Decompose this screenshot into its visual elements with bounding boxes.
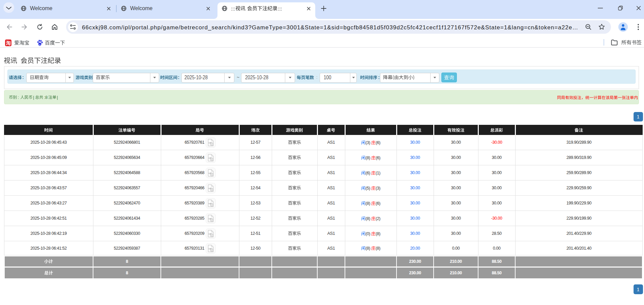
svg-text:du: du [39, 44, 41, 46]
